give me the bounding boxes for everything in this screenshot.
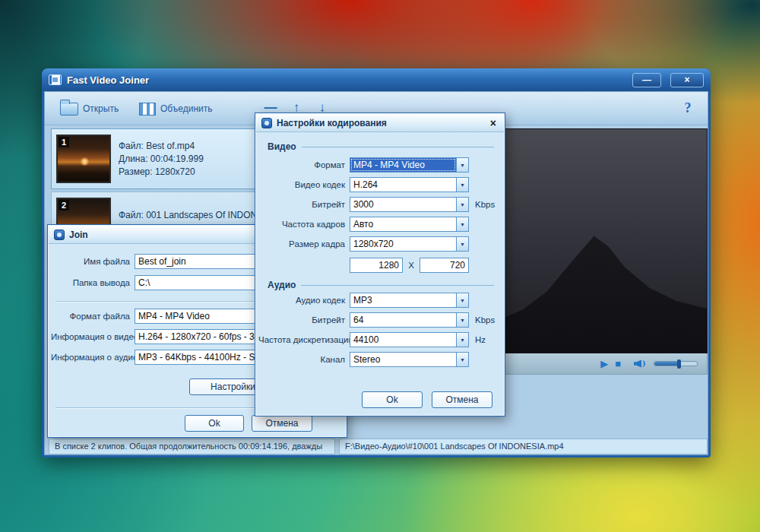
file-name: Файл: Best of.mp4 [119,140,204,153]
sample-rate-value: 44100 [350,333,456,347]
chevron-down-icon[interactable] [456,217,468,231]
frame-size-row: Размер кадра 1280x720 [258,236,469,252]
channel-value: Stereo [350,353,456,366]
framerate-dropdown[interactable]: Авто [350,217,469,232]
close-icon[interactable]: × [488,117,499,129]
frame-height-input[interactable] [420,258,469,273]
group-divider [302,147,494,147]
frame-width-input[interactable] [350,258,403,273]
player-controls: ▶ ■ [501,353,708,375]
video-codec-value: H.264 [350,178,456,192]
video-thumbnail-1: 1 [56,135,111,183]
minimize-button[interactable]: — [632,73,661,87]
play-button[interactable]: ▶ [600,359,608,369]
file-length: Длина: 00:04:19.999 [119,153,204,166]
audio-codec-value: MP3 [350,293,456,307]
frame-size-label: Размер кадра [258,239,350,249]
video-info-label: Информация о видео [51,332,135,341]
video-bitrate-label: Битрейт [258,200,350,209]
file-size: Размер: 1280x720 [119,166,204,179]
volume-fill [654,362,679,366]
audio-bitrate-unit: Kbps [475,315,495,325]
chevron-down-icon[interactable] [456,198,468,211]
audio-bitrate-row: Битрейт 64 Kbps [258,312,495,328]
audio-group-header: Аудио [268,279,494,290]
video-codec-label: Видео кодек [258,180,350,189]
format-value: MP4 - MP4 Video [350,158,456,172]
volume-icon[interactable] [634,359,647,369]
open-button[interactable]: Открыть [54,97,125,121]
open-button-label: Открыть [83,103,119,114]
chevron-down-icon[interactable] [456,353,468,366]
join-cancel-button[interactable]: Отмена [252,415,312,432]
main-window-titlebar[interactable]: Fast Video Joiner — × [42,68,711,91]
join-button[interactable]: Объединить [133,97,219,121]
desktop-background: Fast Video Joiner — × Открыть Объединить… [0,0,760,532]
settings-dialog-icon [261,118,272,128]
audio-group-label: Аудио [268,280,296,290]
chevron-down-icon[interactable] [456,178,468,192]
join-ok-button[interactable]: Ok [185,415,244,432]
clip-number-badge: 2 [59,200,69,211]
format-row: Формат MP4 - MP4 Video [258,157,469,173]
video-bitrate-dropdown[interactable]: 3000 [350,197,469,212]
format-label: Формат [258,160,350,169]
video-group-header: Видео [268,141,494,152]
stop-button[interactable]: ■ [615,359,621,369]
encoding-settings-dialog: Настройки кодирования × Видео Формат MP4… [255,112,505,416]
video-preview [501,128,708,353]
output-dir-label: Папка вывода [51,278,135,287]
framerate-row: Частота кадров Авто [258,217,469,232]
framerate-label: Частота кадров [258,220,350,229]
channel-label: Канал [258,355,350,364]
settings-dialog-title: Настройки кодирования [277,118,483,128]
framerate-value: Авто [350,217,456,231]
chevron-down-icon[interactable] [456,158,468,172]
chevron-down-icon[interactable] [456,237,468,251]
file-meta: Файл: Best of.mp4 Длина: 00:04:19.999 Ра… [119,140,204,179]
status-bar-left: В списке 2 клипов. Общая продолжительнос… [49,439,335,454]
audio-codec-label: Аудио кодек [258,296,350,305]
audio-codec-dropdown[interactable]: MP3 [350,293,469,308]
settings-ok-button[interactable]: Ok [362,391,423,408]
help-button[interactable]: ? [679,98,697,118]
video-bitrate-unit: Kbps [475,200,495,209]
sample-rate-label: Частота дискретизации [258,335,350,344]
video-codec-row: Видео кодек H.264 [258,177,469,192]
frame-dimensions-row: X [258,258,469,273]
join-button-label: Объединить [160,103,213,114]
video-bitrate-row: Битрейт 3000 Kbps [258,197,495,212]
file-format-label: Формат файла [51,312,135,321]
sample-rate-row: Частота дискретизации 44100 Hz [258,332,486,347]
file-name-label: Имя файла [51,257,135,266]
sample-rate-dropdown[interactable]: 44100 [350,332,469,347]
clip-number-badge: 1 [59,137,69,147]
window-title: Fast Video Joiner [67,74,623,86]
audio-codec-row: Аудио кодек MP3 [258,293,469,308]
audio-bitrate-label: Битрейт [258,315,350,325]
mountain-silhouette [502,223,707,353]
status-bar-right: F:\Видео-Аудио\#10\001 Landscapes Of IND… [339,439,708,454]
settings-dialog-titlebar[interactable]: Настройки кодирования × [256,114,504,132]
dimension-separator: X [403,261,420,270]
video-codec-dropdown[interactable]: H.264 [350,177,469,192]
join-dialog-icon [54,230,65,240]
settings-cancel-button[interactable]: Отмена [432,391,492,408]
chevron-down-icon[interactable] [456,333,468,347]
frame-size-value: 1280x720 [350,237,456,251]
volume-thumb[interactable] [677,359,681,369]
frame-size-dropdown[interactable]: 1280x720 [350,236,469,252]
folder-icon [60,103,78,116]
audio-bitrate-value: 64 [350,313,456,327]
volume-slider[interactable] [654,361,698,366]
chevron-down-icon[interactable] [456,293,468,307]
format-dropdown[interactable]: MP4 - MP4 Video [350,157,469,173]
sample-rate-unit: Hz [475,335,486,344]
app-icon [49,74,62,85]
video-group-label: Видео [268,141,296,152]
channel-dropdown[interactable]: Stereo [350,352,469,367]
chevron-down-icon[interactable] [456,313,468,327]
audio-bitrate-dropdown[interactable]: 64 [350,312,469,328]
audio-info-label: Информация о аудио [51,353,135,362]
close-button[interactable]: × [670,73,704,87]
